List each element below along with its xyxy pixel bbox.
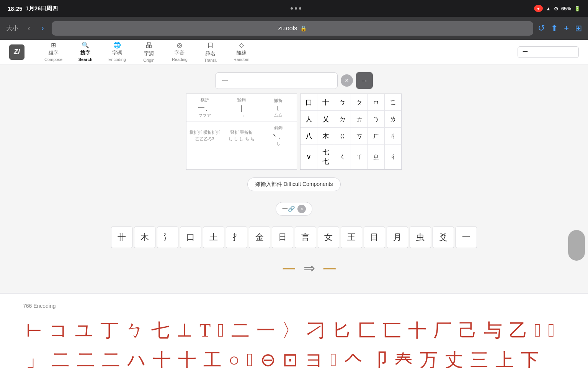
result-char-2[interactable]: 一 xyxy=(323,260,336,279)
result-item[interactable]: 十 xyxy=(405,316,430,345)
stroke-cell-piezhe[interactable]: 撇折 𠃊 厶厶 xyxy=(260,94,297,122)
bopo-14[interactable]: ㄒ xyxy=(351,145,368,169)
result-item[interactable]: 丁 xyxy=(97,316,122,345)
radical-chong[interactable]: 虫 xyxy=(410,227,431,248)
radical-mu2[interactable]: 目 xyxy=(364,227,385,248)
stroke-cell-shuzhe[interactable]: 豎折 豎折折 し し し ち ち xyxy=(223,122,260,150)
bopo-5[interactable]: ㄉ xyxy=(334,111,351,128)
bopo-6[interactable]: ㄊ xyxy=(351,111,368,128)
result-item[interactable]: 己 xyxy=(456,316,480,345)
result-item[interactable]: 厂 xyxy=(430,316,455,345)
bopo-16[interactable]: ㄔ xyxy=(385,145,402,169)
result-item[interactable]: 七 xyxy=(148,316,173,345)
result-item[interactable]: 乙 xyxy=(506,316,531,345)
radical-kou[interactable]: 口 xyxy=(180,227,201,248)
radical-jin[interactable]: 金 xyxy=(249,227,270,248)
bopo-11[interactable]: ㄏ xyxy=(368,128,385,145)
bopo-kou[interactable]: 口 xyxy=(301,94,317,111)
bopo-1[interactable]: ㄅ xyxy=(334,94,351,111)
result-item[interactable]: 𠆢 xyxy=(341,345,365,368)
stroke-cell-shugou[interactable]: 豎鉤 ｜ 」」 xyxy=(223,94,260,122)
bopo-3[interactable]: ㄇ xyxy=(368,94,385,111)
bopo-9[interactable]: ㄍ xyxy=(334,128,351,145)
nav-search-input[interactable] xyxy=(523,49,568,55)
result-item[interactable]: ヨ xyxy=(302,345,327,368)
radical-wang[interactable]: 王 xyxy=(341,227,362,248)
radical-cao[interactable]: 卄 xyxy=(111,227,132,248)
result-item[interactable]: 十 xyxy=(150,345,174,368)
forward-button[interactable]: › xyxy=(38,22,47,35)
tag-remove-button[interactable]: × xyxy=(297,205,306,213)
result-item[interactable]: 一 xyxy=(253,316,278,345)
bopo-x[interactable]: 乂 xyxy=(317,111,334,128)
result-item[interactable]: 𠃌 xyxy=(243,345,256,368)
radical-yue[interactable]: 月 xyxy=(387,227,408,248)
reload-button[interactable]: ↺ xyxy=(538,23,545,33)
result-item[interactable]: 二 xyxy=(99,345,123,368)
bopo-7[interactable]: ㄋ xyxy=(368,111,385,128)
nav-encoding[interactable]: 🌐 字碼 Encoding xyxy=(101,38,134,66)
result-item[interactable]: 二 xyxy=(74,345,98,368)
result-item[interactable]: 与 xyxy=(481,316,505,345)
result-item[interactable]: コ xyxy=(46,316,71,345)
tag-pill[interactable]: 一🔗 × xyxy=(276,202,312,216)
stroke-cell-xiegou[interactable]: 斜鉤 丶、 し xyxy=(260,122,297,150)
add-tab-button[interactable]: + xyxy=(564,23,569,33)
result-item[interactable]: ユ xyxy=(72,316,96,345)
result-item[interactable]: 卩 xyxy=(366,345,390,368)
radical-shou[interactable]: 扌 xyxy=(226,227,247,248)
result-item[interactable]: 丈 xyxy=(442,345,466,368)
go-button[interactable]: → xyxy=(356,72,373,89)
result-item[interactable]: Τ xyxy=(196,316,214,345)
bopo-ba[interactable]: 八 xyxy=(301,128,317,145)
radical-ri[interactable]: 日 xyxy=(272,227,293,248)
bopo-2[interactable]: ㄆ xyxy=(351,94,368,111)
result-item[interactable]: 工 xyxy=(200,345,225,368)
bopo-v[interactable]: ∨ xyxy=(301,145,317,169)
result-item[interactable]: 上 xyxy=(492,345,517,368)
difficult-components-button[interactable]: 雖輸入部件 Difficult Components xyxy=(247,177,341,191)
result-item[interactable]: 二 xyxy=(228,316,253,345)
result-item[interactable]: 匸 xyxy=(380,316,404,345)
result-item[interactable]: 」 xyxy=(23,345,47,368)
result-item[interactable]: ⊖ xyxy=(257,345,279,368)
bopo-10[interactable]: ㄎ xyxy=(351,128,368,145)
search-input[interactable] xyxy=(215,72,338,89)
result-item[interactable]: ㄅ xyxy=(122,316,147,345)
result-item[interactable]: ⊥ xyxy=(173,316,196,345)
result-item[interactable]: 𠂇 xyxy=(531,316,544,345)
result-item[interactable]: 十 xyxy=(175,345,199,368)
nav-compose[interactable]: ⊞ 組字 Compose xyxy=(37,38,70,66)
bopo-15[interactable]: ㄓ xyxy=(368,145,385,169)
nav-transl[interactable]: 口 譯名 Transl. xyxy=(195,38,226,66)
stroke-cell-hengzhe[interactable]: 橫折 一、 フフア xyxy=(186,94,223,122)
bopo-12[interactable]: ㄐ xyxy=(385,128,402,145)
scrollbar-thumb[interactable] xyxy=(568,230,585,261)
result-char-1[interactable]: 一 xyxy=(282,260,296,279)
share-button[interactable]: ⬆ xyxy=(551,23,558,33)
nav-search-box[interactable] xyxy=(518,46,579,58)
result-item[interactable]: 三 xyxy=(467,345,492,368)
bopo-4[interactable]: ㄈ xyxy=(385,94,402,111)
result-item[interactable]: 𠃌 xyxy=(545,316,558,345)
result-item[interactable]: 匚 xyxy=(354,316,379,345)
nav-search[interactable]: 🔍 搜字 Search xyxy=(70,38,101,66)
bopo-77[interactable]: 七七 xyxy=(317,145,334,169)
radical-yao[interactable]: 爻 xyxy=(433,227,454,248)
stroke-cell-hengzhezhe[interactable]: 橫折折 橫折折折 乙乙乙ろ3 xyxy=(186,122,223,150)
result-item[interactable]: 万 xyxy=(416,345,441,368)
bopo-shi[interactable]: 十 xyxy=(317,94,334,111)
result-item[interactable]: 𠃊 xyxy=(214,316,227,345)
result-item[interactable]: 𡗗 xyxy=(391,345,416,368)
address-bar[interactable]: zi.tools 🔒 xyxy=(52,21,533,36)
tabs-button[interactable]: ⊞ xyxy=(575,23,582,33)
bopo-13[interactable]: ㄑ xyxy=(334,145,351,169)
result-item[interactable]: 匕 xyxy=(329,316,354,345)
bopo-8[interactable]: ㄌ xyxy=(385,111,402,128)
radical-mu[interactable]: 木 xyxy=(134,227,155,248)
bopo-mu[interactable]: 木 xyxy=(317,128,334,145)
result-item[interactable]: 二 xyxy=(48,345,73,368)
clear-button[interactable]: × xyxy=(341,74,353,87)
result-item[interactable]: ⊢ xyxy=(23,316,45,345)
result-item[interactable]: ⊡ xyxy=(279,345,301,368)
